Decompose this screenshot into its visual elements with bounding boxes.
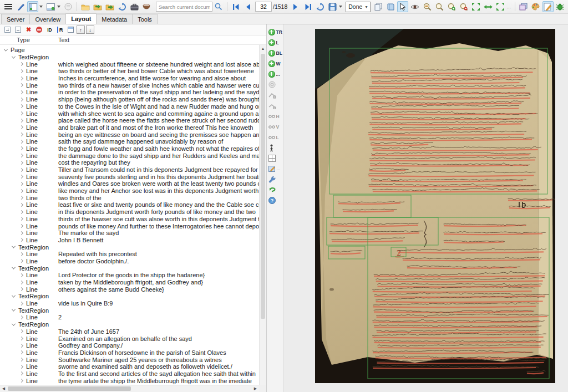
chevron-right-icon[interactable] bbox=[19, 238, 23, 242]
search-input[interactable] bbox=[156, 2, 212, 12]
tree-row[interactable]: TextRegion bbox=[0, 293, 259, 300]
tab-server[interactable]: Server bbox=[1, 14, 30, 24]
chevron-right-icon[interactable] bbox=[19, 140, 23, 144]
scroll-right-icon[interactable]: ▶ bbox=[252, 386, 259, 391]
tree-row[interactable]: Linepounds of like money And further to … bbox=[0, 222, 259, 230]
remove-icon[interactable] bbox=[34, 26, 44, 34]
tree-horizontal-scrollbar[interactable]: ◀ ▶ bbox=[0, 385, 259, 392]
reload-icon[interactable] bbox=[315, 1, 326, 12]
horizontal-scroll-thumb[interactable] bbox=[8, 386, 131, 391]
chevron-right-icon[interactable] bbox=[19, 111, 23, 115]
column-header-type[interactable]: Type bbox=[0, 37, 58, 43]
edit-options-icon[interactable]: ... bbox=[267, 164, 283, 174]
vertical-scroll-thumb[interactable] bbox=[261, 54, 265, 319]
id-icon[interactable]: ID bbox=[45, 26, 54, 34]
import-folder-2-icon[interactable] bbox=[104, 1, 115, 12]
chevron-right-icon[interactable] bbox=[19, 371, 23, 375]
chevron-right-icon[interactable] bbox=[19, 259, 23, 263]
chevron-right-icon[interactable] bbox=[19, 273, 23, 277]
tree-vertical-scrollbar[interactable]: ▲ bbox=[259, 45, 266, 385]
chevron-right-icon[interactable] bbox=[19, 329, 23, 333]
delete-icon[interactable]: ✖ bbox=[24, 26, 33, 34]
chevron-right-icon[interactable] bbox=[19, 217, 23, 221]
person-icon[interactable] bbox=[267, 142, 283, 153]
move-up-button[interactable]: ↑ bbox=[77, 26, 85, 34]
open-folder-icon[interactable] bbox=[80, 1, 91, 12]
tree-row[interactable]: Linewindles and Oares soe broken were wo… bbox=[0, 180, 259, 187]
zoom-region-icon[interactable] bbox=[422, 1, 433, 12]
tree-row[interactable]: Linevide ius in Quire B:9 bbox=[0, 300, 259, 307]
panel-view-icon[interactable] bbox=[66, 26, 75, 34]
chevron-right-icon[interactable] bbox=[19, 280, 23, 284]
tree-row[interactable]: Linethirds of the hawser soe cutt was al… bbox=[0, 216, 259, 223]
tree-row[interactable]: Linesworne and examined saith and depose… bbox=[0, 363, 259, 370]
tree-row[interactable]: TextRegion bbox=[0, 307, 259, 314]
tree-row[interactable]: Linethe fogg and fowle weather and saith… bbox=[0, 145, 259, 152]
chevron-right-icon[interactable] bbox=[19, 119, 23, 123]
tab-tools[interactable]: Tools bbox=[132, 14, 158, 24]
tree-row[interactable]: Linewith which shee went to sea againe a… bbox=[0, 110, 259, 117]
last-page-icon[interactable] bbox=[302, 1, 313, 12]
tree-row[interactable]: Linein order to the preservation of the … bbox=[0, 89, 259, 96]
chevron-right-icon[interactable] bbox=[19, 133, 23, 136]
palette-icon[interactable] bbox=[530, 1, 541, 12]
menu-icon[interactable] bbox=[3, 1, 14, 12]
chevron-down-icon[interactable] bbox=[12, 322, 16, 325]
chevron-down-icon[interactable] bbox=[12, 293, 16, 297]
tree-row[interactable]: Linebefore doctor Godolphin./. bbox=[0, 258, 259, 265]
tree-row[interactable]: LineThe marke of the sayd bbox=[0, 230, 259, 237]
tree-row[interactable]: LineTiller and Transom could not in this… bbox=[0, 166, 259, 174]
tree-row[interactable]: LineJohn I B Bennett bbox=[0, 237, 259, 244]
move-down-button[interactable]: ↓ bbox=[86, 26, 94, 34]
cascade-windows-icon[interactable] bbox=[518, 1, 529, 12]
chevron-right-icon[interactable] bbox=[19, 350, 23, 354]
pointer-icon[interactable] bbox=[397, 1, 408, 12]
document-viewer[interactable]: 2 bbox=[283, 24, 568, 392]
tree-row[interactable]: Linethe dammage done to the sayd shipp a… bbox=[0, 152, 259, 159]
tree-row[interactable]: Linebeing an eye wittnesse on board and … bbox=[0, 131, 259, 138]
chevron-right-icon[interactable] bbox=[19, 175, 23, 179]
window-layout-icon[interactable] bbox=[27, 1, 38, 12]
tree-row[interactable]: Linewhich weighed about fifteene or sixt… bbox=[0, 60, 259, 68]
tree-row[interactable]: Line2 bbox=[0, 314, 259, 321]
tree-row[interactable]: LineGodfrey and Company./ bbox=[0, 342, 259, 349]
chevron-right-icon[interactable] bbox=[19, 83, 23, 87]
save-dropdown-icon[interactable] bbox=[339, 6, 342, 8]
wrench-icon[interactable] bbox=[267, 174, 283, 185]
tree-row[interactable]: LineTo the first and second articles of … bbox=[0, 370, 259, 378]
column-header-text[interactable]: Text bbox=[58, 37, 69, 43]
import-folder-icon[interactable] bbox=[92, 1, 103, 12]
chevron-right-icon[interactable] bbox=[19, 77, 23, 80]
grid-icon[interactable] bbox=[267, 153, 283, 164]
fit-custom-icon[interactable] bbox=[495, 1, 506, 12]
eye-icon[interactable] bbox=[409, 1, 420, 12]
refresh-icon[interactable] bbox=[116, 1, 128, 12]
previous-page-icon[interactable] bbox=[242, 1, 253, 12]
coffee-cup-icon[interactable] bbox=[141, 1, 152, 12]
scroll-left-icon[interactable]: ◀ bbox=[0, 386, 7, 391]
tree-row[interactable]: LineRepeated with his precontest bbox=[0, 251, 259, 258]
chevron-right-icon[interactable] bbox=[19, 167, 23, 171]
chevron-right-icon[interactable] bbox=[19, 302, 23, 306]
zoom-in-icon[interactable] bbox=[446, 1, 457, 12]
expand-all-icon[interactable] bbox=[3, 26, 12, 34]
chevron-right-icon[interactable] bbox=[19, 182, 23, 186]
reading-order-icon[interactable]: R bbox=[55, 26, 65, 34]
add-bl-button[interactable]: BL bbox=[267, 48, 283, 58]
briefcase-icon[interactable] bbox=[129, 1, 140, 12]
tree-row[interactable]: Linethe tyme arlate the shipp the Middle… bbox=[0, 377, 259, 384]
tree-row[interactable]: Linetwo thirds or better of her best bow… bbox=[0, 68, 259, 75]
fit-custom-ellipsis[interactable]: ... bbox=[506, 4, 511, 9]
zoom-icon[interactable] bbox=[434, 1, 445, 12]
search-icon[interactable] bbox=[213, 1, 224, 12]
tree-row[interactable]: Linetwo thirds of a new hawser of sixe I… bbox=[0, 82, 259, 89]
tree-row[interactable]: TextRegion bbox=[0, 264, 259, 272]
chevron-down-icon[interactable] bbox=[12, 245, 16, 248]
chevron-right-icon[interactable] bbox=[19, 231, 23, 235]
window-new-dropdown-icon[interactable] bbox=[57, 6, 60, 8]
notebook-icon[interactable] bbox=[385, 1, 396, 12]
first-page-icon[interactable] bbox=[230, 1, 241, 12]
next-page-icon[interactable] bbox=[290, 1, 301, 12]
pen-icon[interactable] bbox=[15, 1, 26, 12]
tree-row[interactable]: Page bbox=[0, 47, 259, 54]
